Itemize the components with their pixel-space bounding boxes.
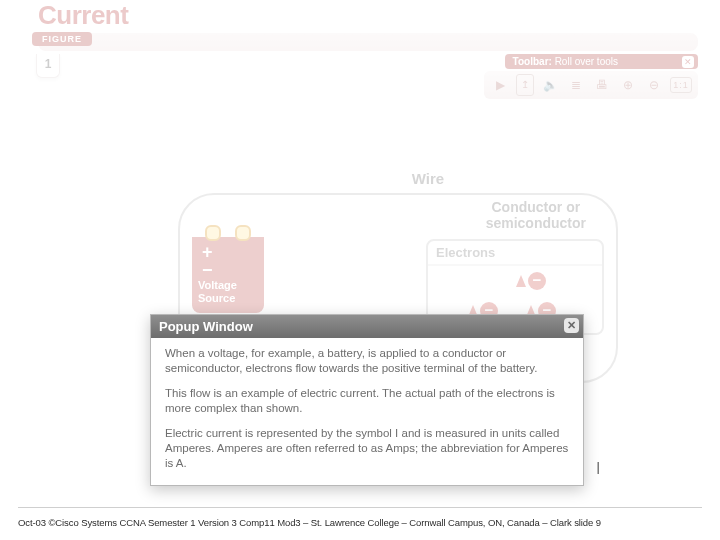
conductor-label-l2: semiconductor: [486, 215, 586, 231]
conductor-label: Conductor or semiconductor: [486, 199, 586, 231]
electrons-header: Electrons: [428, 241, 602, 266]
slide-title: Current: [38, 0, 698, 31]
battery-polarity: + −: [198, 243, 258, 279]
zoom-out-icon[interactable]: ⊖: [644, 75, 664, 95]
play-icon[interactable]: ▶: [490, 75, 510, 95]
toolbar-label: Toolbar: Roll over tools ✕: [505, 54, 698, 69]
toolbar-label-rest: Roll over tools: [552, 56, 618, 67]
print-icon[interactable]: 🖶: [592, 75, 612, 95]
arrow-up-icon: [516, 275, 526, 287]
battery-label-l1: Voltage: [198, 279, 258, 292]
figure-tab: FIGURE: [32, 32, 92, 46]
wire-title: Wire: [238, 170, 618, 187]
figure-page-tab[interactable]: 1: [36, 54, 60, 78]
figure-bar: FIGURE: [38, 33, 698, 51]
upload-icon[interactable]: ↥: [516, 74, 534, 96]
battery-terminal-pos-icon: [205, 225, 221, 241]
close-icon[interactable]: ✕: [564, 318, 579, 333]
conductor-label-l1: Conductor or: [491, 199, 580, 215]
footer-rule: [18, 507, 702, 508]
popup-window: Popup Window ✕ When a voltage, for examp…: [150, 314, 584, 486]
popup-paragraph-3: Electric current is represented by the s…: [165, 426, 569, 471]
battery-terminal-neg-icon: [235, 225, 251, 241]
slide-footer: Oct-03 ©Cisco Systems CCNA Semester 1 Ve…: [18, 517, 702, 528]
toolbar-label-bold: Toolbar:: [513, 56, 552, 67]
actual-size-icon[interactable]: 1:1: [670, 77, 692, 93]
toolbar: ▶ ↥ 🔈 ≣ 🖶 ⊕ ⊖ 1:1: [484, 71, 698, 99]
list-icon[interactable]: ≣: [566, 75, 586, 95]
speaker-icon[interactable]: 🔈: [540, 75, 560, 95]
battery-label-l2: Source: [198, 292, 258, 305]
text-cursor-icon: I: [596, 460, 606, 478]
toolbar-close-icon[interactable]: ✕: [682, 56, 694, 68]
popup-paragraph-1: When a voltage, for example, a battery, …: [165, 346, 569, 376]
popup-body: When a voltage, for example, a battery, …: [151, 338, 583, 485]
zoom-in-icon[interactable]: ⊕: [618, 75, 638, 95]
electron-icon: −: [528, 272, 546, 290]
popup-paragraph-2: This flow is an example of electric curr…: [165, 386, 569, 416]
popup-title-bar: Popup Window ✕: [151, 315, 583, 338]
battery: + − Voltage Source: [192, 221, 264, 313]
popup-title: Popup Window: [159, 319, 253, 334]
